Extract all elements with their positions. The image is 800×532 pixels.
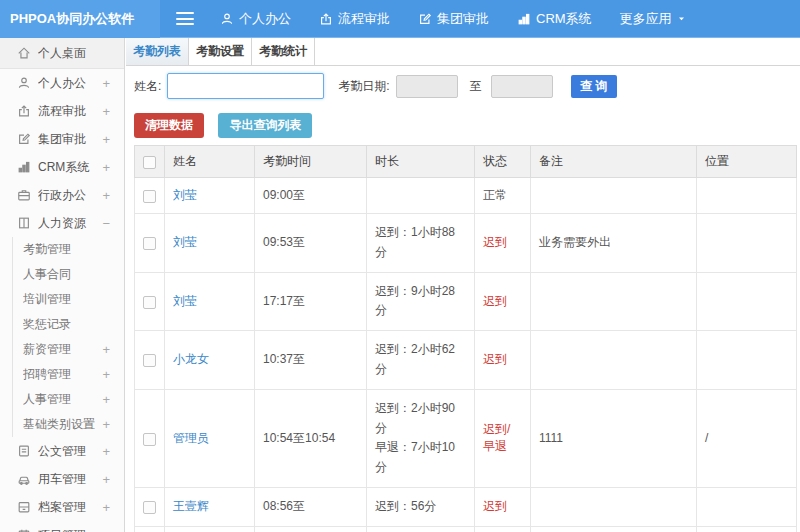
expand-toggle-icon: + bbox=[102, 132, 110, 147]
sidebar-subitem-label: 人事合同 bbox=[23, 266, 110, 283]
app-window: PHPOA协同办公软件 个人办公流程审批集团审批CRM系统更多应用 个人桌面个人… bbox=[0, 0, 800, 532]
table-row: 刘莹17:17至迟到：9小时28分迟到 bbox=[135, 272, 797, 331]
sidebar-item-档案管理[interactable]: 档案管理+ bbox=[0, 493, 124, 521]
sidebar-subitem-招聘管理[interactable]: 招聘管理+ bbox=[13, 362, 124, 387]
topnav-item-流程审批[interactable]: 流程审批 bbox=[319, 10, 390, 28]
table-row: 黄蓉13:20至13:20迟到：5小时33分早退：4小时67分迟到/早退/ bbox=[135, 526, 797, 532]
table-row: 小龙女10:37至迟到：2小时62分迟到 bbox=[135, 331, 797, 390]
duration-cell: 迟到：56分 bbox=[367, 487, 475, 526]
time-cell: 08:56至 bbox=[255, 487, 367, 526]
employee-name-link[interactable]: 刘莹 bbox=[173, 235, 197, 249]
topnav-item-label: 更多应用 bbox=[620, 10, 672, 28]
row-checkbox-cell bbox=[135, 272, 165, 331]
topnav-item-集团审批[interactable]: 集团审批 bbox=[418, 10, 489, 28]
row-checkbox-cell bbox=[135, 389, 165, 487]
sidebar-subitem-考勤管理[interactable]: 考勤管理 bbox=[13, 237, 124, 262]
sidebar-subitem-人事合同[interactable]: 人事合同 bbox=[13, 262, 124, 287]
column-header-状态: 状态 bbox=[475, 146, 531, 178]
status-cell: 迟到 bbox=[475, 331, 531, 390]
row-checkbox[interactable] bbox=[143, 354, 156, 367]
topnav-item-更多应用[interactable]: 更多应用 bbox=[620, 10, 691, 28]
location-cell bbox=[697, 272, 797, 331]
note-cell: 业务需要外出 bbox=[531, 214, 697, 273]
date-label: 考勤日期: bbox=[338, 78, 389, 95]
action-buttons: 清理数据 导出查询列表 bbox=[126, 106, 800, 142]
topnav-item-个人办公[interactable]: 个人办公 bbox=[220, 10, 291, 28]
sidebar-subitem-基础类别设置[interactable]: 基础类别设置+ bbox=[13, 412, 124, 437]
sidebar-subitem-薪资管理[interactable]: 薪资管理+ bbox=[13, 337, 124, 362]
date-to-input[interactable] bbox=[491, 75, 553, 98]
sidebar-item-行政办公[interactable]: 行政办公+ bbox=[0, 181, 124, 209]
sidebar-item-项目管理[interactable]: 项目管理+ bbox=[0, 521, 124, 532]
status-badge: 迟到 bbox=[483, 499, 507, 513]
employee-name-link[interactable]: 王壹辉 bbox=[173, 499, 209, 513]
name-cell: 刘莹 bbox=[165, 214, 255, 273]
tab-bar: 考勤列表考勤设置考勤统计 bbox=[126, 38, 800, 66]
topnav-item-label: CRM系统 bbox=[536, 10, 592, 28]
location-cell: / bbox=[697, 389, 797, 487]
sidebar: 个人桌面个人办公+流程审批+集团审批+CRM系统+行政办公+人力资源−考勤管理人… bbox=[0, 38, 125, 532]
row-checkbox[interactable] bbox=[143, 190, 156, 203]
sidebar-item-个人办公[interactable]: 个人办公+ bbox=[0, 69, 124, 97]
export-list-button[interactable]: 导出查询列表 bbox=[218, 113, 312, 138]
name-input[interactable] bbox=[167, 73, 324, 99]
sidebar-item-人力资源[interactable]: 人力资源− bbox=[0, 209, 124, 237]
sidebar-item-流程审批[interactable]: 流程审批+ bbox=[0, 97, 124, 125]
employee-name-link[interactable]: 管理员 bbox=[173, 431, 209, 445]
row-checkbox[interactable] bbox=[143, 237, 156, 250]
row-checkbox-cell bbox=[135, 526, 165, 532]
tab-考勤设置[interactable]: 考勤设置 bbox=[189, 38, 252, 65]
row-checkbox-cell bbox=[135, 214, 165, 273]
select-all-checkbox[interactable] bbox=[143, 156, 156, 169]
expand-toggle-icon: + bbox=[102, 392, 110, 407]
tab-考勤统计[interactable]: 考勤统计 bbox=[252, 38, 315, 65]
sidebar-subitem-label: 基础类别设置 bbox=[23, 416, 102, 433]
sidebar-item-公文管理[interactable]: 公文管理+ bbox=[0, 437, 124, 465]
sidebar-subitem-label: 招聘管理 bbox=[23, 366, 102, 383]
employee-name-link[interactable]: 刘莹 bbox=[173, 188, 197, 202]
header-checkbox-cell bbox=[135, 146, 165, 178]
sidebar-subitem-奖惩记录[interactable]: 奖惩记录 bbox=[13, 312, 124, 337]
duration-line: 早退：7小时10分 bbox=[375, 438, 466, 478]
status-badge: 迟到 bbox=[483, 352, 507, 366]
row-checkbox[interactable] bbox=[143, 296, 156, 309]
sidebar-item-集团审批[interactable]: 集团审批+ bbox=[0, 125, 124, 153]
expand-toggle-icon: + bbox=[102, 104, 110, 119]
chart-icon bbox=[17, 160, 31, 174]
row-checkbox[interactable] bbox=[143, 433, 156, 446]
user-icon bbox=[17, 76, 31, 90]
top-nav-items: 个人办公流程审批集团审批CRM系统更多应用 bbox=[220, 10, 719, 28]
date-from-input[interactable] bbox=[396, 75, 458, 98]
duration-line: 迟到：56分 bbox=[375, 497, 466, 517]
time-cell: 10:37至 bbox=[255, 331, 367, 390]
sidebar-item-个人桌面[interactable]: 个人桌面 bbox=[0, 38, 124, 69]
duration-line: 迟到：9小时28分 bbox=[375, 282, 466, 322]
sidebar-subitem-培训管理[interactable]: 培训管理 bbox=[13, 287, 124, 312]
note-cell bbox=[531, 526, 697, 532]
query-button[interactable]: 查 询 bbox=[571, 75, 617, 98]
topnav-item-CRM系统[interactable]: CRM系统 bbox=[517, 10, 592, 28]
note-cell: 1111 bbox=[531, 389, 697, 487]
sidebar-item-CRM系统[interactable]: CRM系统+ bbox=[0, 153, 124, 181]
hamburger-menu-icon[interactable] bbox=[176, 12, 194, 25]
duration-cell: 迟到：9小时28分 bbox=[367, 272, 475, 331]
sidebar-item-label: 档案管理 bbox=[38, 499, 98, 516]
row-checkbox-cell bbox=[135, 487, 165, 526]
status-badge: 迟到 bbox=[483, 235, 507, 249]
clean-data-button[interactable]: 清理数据 bbox=[134, 113, 204, 138]
sidebar-item-用车管理[interactable]: 用车管理+ bbox=[0, 465, 124, 493]
employee-name-link[interactable]: 刘莹 bbox=[173, 294, 197, 308]
location-cell bbox=[697, 331, 797, 390]
row-checkbox[interactable] bbox=[143, 501, 156, 514]
flow-icon bbox=[319, 12, 333, 26]
employee-name-link[interactable]: 小龙女 bbox=[173, 352, 209, 366]
sidebar-subitem-人事管理[interactable]: 人事管理+ bbox=[13, 387, 124, 412]
archive-icon bbox=[17, 500, 31, 514]
column-header-备注: 备注 bbox=[531, 146, 697, 178]
time-cell: 09:53至 bbox=[255, 214, 367, 273]
duration-cell: 迟到：1小时88分 bbox=[367, 214, 475, 273]
topnav-item-label: 集团审批 bbox=[437, 10, 489, 28]
status-badge: 正常 bbox=[483, 188, 507, 202]
car-icon bbox=[17, 472, 31, 486]
tab-考勤列表[interactable]: 考勤列表 bbox=[126, 38, 189, 65]
